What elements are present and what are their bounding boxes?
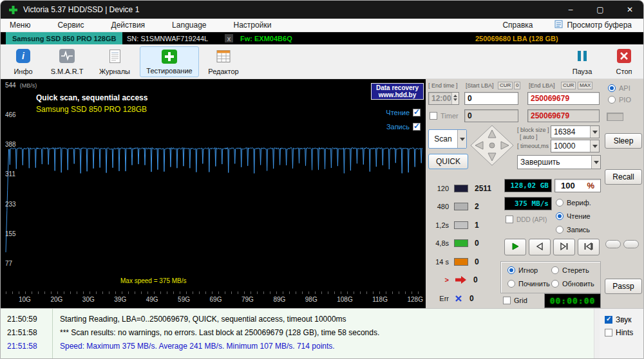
start-test-button[interactable] (504, 239, 526, 255)
read-radio[interactable] (556, 212, 564, 220)
menu-language[interactable]: Language (172, 21, 206, 30)
seek-back-button[interactable] (578, 239, 600, 255)
maximize-button[interactable]: ▢ (585, 1, 615, 19)
device-model-tab[interactable]: Samsung SSD 850 PRO 128GB (6, 32, 122, 44)
watermark-badge: Data recovery www.hdd.by (371, 83, 424, 100)
hints-checkbox[interactable] (605, 329, 612, 336)
pio-radio-row: PIO (608, 96, 631, 104)
timer-checkbox[interactable] (430, 112, 437, 120)
timer-checkbox-row: Timer (430, 112, 459, 120)
mini-button-1[interactable] (605, 240, 621, 248)
grid-checkbox[interactable] (503, 297, 511, 304)
menu-actions[interactable]: Действия (111, 21, 146, 30)
percent-display: 100 % (554, 179, 601, 192)
api-radio[interactable] (608, 84, 616, 92)
log-row: 21:50:59 Starting Reading, LBA=0..250069… (1, 312, 600, 326)
step-back-button[interactable] (529, 239, 551, 255)
timer-start-input[interactable]: 0 (464, 109, 518, 122)
repair-radio-row: Починить (507, 280, 550, 288)
toolbar-journals-button[interactable]: Журналы (95, 46, 135, 77)
stat-block-120 (454, 185, 468, 192)
serial-close-icon[interactable]: x (225, 34, 233, 42)
pause-icon (576, 48, 589, 64)
passport-button[interactable]: Passp (605, 279, 642, 294)
finish-action-select[interactable]: Завершить (517, 155, 601, 169)
verify-radio[interactable] (556, 199, 564, 207)
timeout-dropdown-icon (590, 140, 599, 152)
toolbar-pause-button[interactable]: Пауза (566, 46, 598, 77)
log-scrollbar[interactable] (594, 309, 600, 359)
play-icon (511, 242, 520, 253)
pio-radio[interactable] (608, 96, 616, 104)
stat-row-480: 480 2 (427, 200, 479, 213)
quick-button[interactable]: QUICK (428, 154, 468, 169)
write-radio[interactable] (556, 226, 564, 234)
log-row: 21:51:58 *** Scan results: no warnings, … (1, 326, 600, 339)
graph-title: Quick scan, sequential access (36, 93, 147, 102)
mini-button-2[interactable] (623, 240, 639, 248)
close-button[interactable]: ✕ (615, 1, 644, 19)
x-axis-labels: 10G20G30G39G49G59G69G79G89G98G108G118G12… (19, 296, 423, 303)
toolbar-smart-button[interactable]: S.M.A.R.T (44, 46, 90, 77)
end-time-label: [ End time ] (428, 82, 458, 89)
timer-end-input[interactable]: 250069679 (527, 109, 600, 122)
read-checkbox[interactable] (413, 109, 421, 116)
ddd-checkbox[interactable] (506, 216, 513, 223)
block-size-select[interactable]: 16384 (551, 125, 600, 138)
sound-checkbox-row: Звук (605, 315, 632, 324)
stat-block-14s (454, 258, 468, 266)
recall-button[interactable]: Recall (605, 169, 642, 185)
menu-help[interactable]: Справка (502, 21, 533, 30)
triangle-right-bar-icon (559, 242, 569, 253)
timer-label: Timer (440, 112, 459, 120)
stop-icon (617, 48, 631, 64)
stat-row-err: Err 0 (427, 292, 474, 305)
erase-radio[interactable] (551, 266, 559, 274)
refresh-radio[interactable] (551, 280, 559, 288)
scan-dropdown-icon[interactable] (457, 130, 466, 148)
navigation-diamond[interactable] (469, 124, 515, 168)
toolbar-editor-button[interactable]: Редактор (204, 46, 243, 77)
stat-row-4-8s: 4,8s 0 (427, 237, 479, 250)
start-cur-button[interactable]: CUR (498, 82, 513, 89)
timeout-select[interactable]: 10000 (551, 140, 600, 152)
seek-forward-button[interactable] (553, 239, 575, 255)
block-size-dropdown-icon (590, 126, 599, 138)
sleep-button[interactable]: Sleep (605, 133, 642, 149)
toolbar-test-button[interactable]: Тестирование (140, 46, 199, 77)
start-lba-input[interactable]: 0 (464, 92, 518, 105)
mode-write-radio-row: Запись (556, 226, 590, 234)
auto-toggle[interactable]: [ auto ] (520, 134, 538, 140)
write-checkbox[interactable] (413, 123, 421, 131)
end-time-spinner[interactable] (451, 93, 459, 104)
app-icon (8, 5, 18, 15)
sound-checkbox[interactable] (605, 316, 612, 324)
legend-read: Чтение (386, 109, 421, 116)
repair-radio[interactable] (507, 280, 515, 288)
overflow-arrow-icon (454, 275, 467, 284)
menu-main[interactable]: Меню (10, 21, 30, 30)
triangle-left-icon (535, 242, 544, 253)
menu-service[interactable]: Сервис (57, 21, 84, 30)
stat-block-1-2s (454, 221, 468, 229)
lcd-current-speed: 375 MB/s (504, 197, 552, 210)
end-cur-button[interactable]: CUR (561, 82, 576, 89)
stat-block-480 (454, 203, 468, 210)
mode-verify-radio-row: Вериф. (556, 199, 591, 207)
end-lba-input[interactable]: 250069679 (527, 92, 600, 105)
scan-button[interactable]: Scan (428, 129, 467, 149)
end-max-button[interactable]: MAX (578, 82, 592, 89)
ignore-radio[interactable] (507, 266, 515, 274)
journal-icon (109, 48, 121, 64)
menu-buffer-view[interactable]: Просмотр буфера (554, 20, 632, 30)
toolbar-info-button[interactable]: i Инфо (7, 46, 39, 77)
grid-checkbox-row: Grid (503, 297, 527, 304)
toolbar-stop-button[interactable]: Стоп (609, 46, 639, 77)
start-zero-button[interactable]: 0 (514, 82, 520, 89)
stat-row-14s: 14 s 0 (427, 255, 479, 268)
minimize-button[interactable]: – (556, 1, 585, 19)
menu-settings[interactable]: Настройки (234, 21, 272, 30)
end-time-input[interactable]: 12:00 (428, 92, 459, 105)
app-window: Victoria 5.37 HDD/SSD | Device 1 – ▢ ✕ М… (0, 0, 644, 359)
erase-radio-row: Стереть (551, 266, 589, 274)
